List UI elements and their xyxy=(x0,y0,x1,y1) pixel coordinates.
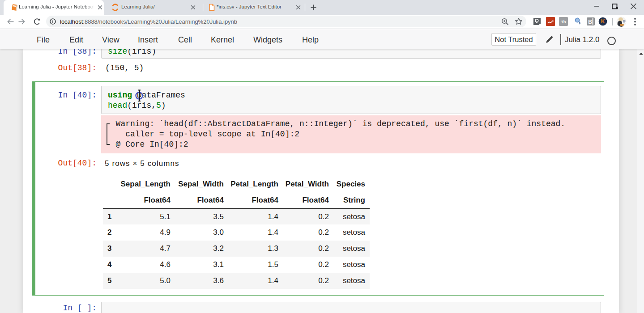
svg-text:K: K xyxy=(601,18,605,25)
svg-text:B: B xyxy=(588,19,592,25)
svg-text:1b: 1b xyxy=(561,19,566,24)
